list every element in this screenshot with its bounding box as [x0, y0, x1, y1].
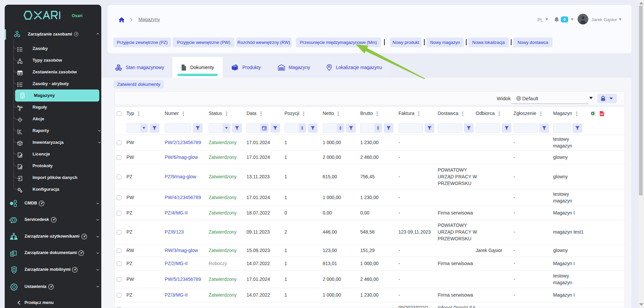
- svg-text:PDF: PDF: [600, 113, 604, 115]
